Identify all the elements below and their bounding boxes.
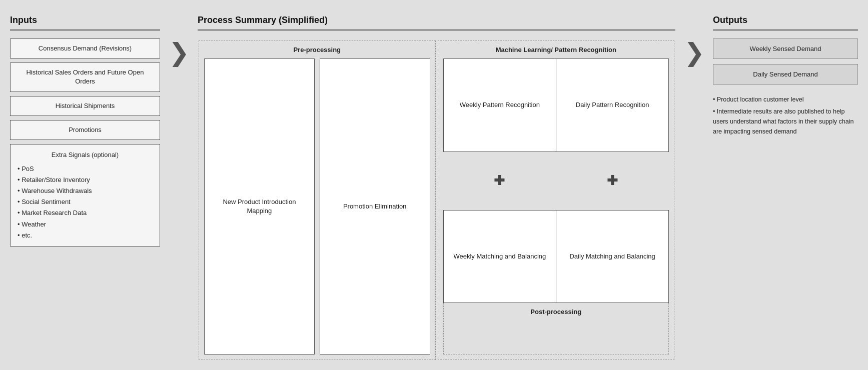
process-divider [198, 30, 675, 30]
extra-signal-item-7: etc. [18, 230, 153, 241]
process-title: Process Summary (Simplified) [198, 15, 675, 26]
extra-signals-title: Extra Signals (optional) [18, 150, 153, 160]
output-note-2: Intermediate results are also published … [713, 106, 858, 136]
promotion-elimination-box: Promotion Elimination [320, 58, 430, 354]
outputs-divider [713, 30, 858, 30]
output-weekly-sensed: Weekly Sensed Demand [713, 38, 858, 59]
chevron-icon-1: ❯ [169, 40, 190, 65]
extra-signal-item-2: Retailer/Store Inventory [18, 174, 153, 186]
output-notes: Product location customer level Intermed… [713, 94, 858, 138]
daily-pattern-box: Daily Pattern Recognition [556, 58, 669, 152]
extra-signal-item-4: Social Sentiment [18, 196, 153, 208]
chevron-icon-2: ❯ [684, 40, 705, 65]
process-content: Pre-processing New Product Introduction … [198, 40, 675, 360]
input-box-historical-shipments: Historical Shipments [10, 96, 160, 116]
output-note-1: Product location customer level [713, 94, 858, 104]
ml-label: Machine Learning/ Pattern Recognition [443, 46, 669, 54]
preprocessing-section: Pre-processing New Product Introduction … [199, 40, 436, 360]
arrow-2: ❯ [680, 15, 708, 360]
extra-signal-item-3: Warehouse Withdrawals [18, 186, 153, 196]
new-product-box: New Product Introduction Mapping [204, 58, 315, 354]
extra-signal-item-1: PoS [18, 164, 153, 174]
outputs-title: Outputs [713, 15, 858, 26]
input-box-consensus: Consensus Demand (Revisions) [10, 38, 160, 58]
weekly-pattern-box: Weekly Pattern Recognition [443, 58, 556, 152]
daily-matching-box: Daily Matching and Balancing [556, 210, 669, 304]
weekly-matching-box: Weekly Matching and Balancing [443, 210, 556, 304]
output-daily-sensed: Daily Sensed Demand [713, 64, 858, 84]
plus-sign-daily: ✚ [556, 152, 669, 210]
ml-grid: Weekly Pattern Recognition Daily Pattern… [443, 58, 669, 354]
extra-signals-box: Extra Signals (optional) PoS Retailer/St… [10, 144, 160, 246]
inputs-section: Inputs Consensus Demand (Revisions) Hist… [10, 15, 165, 360]
extra-signals-list: PoS Retailer/Store Inventory Warehouse W… [18, 164, 153, 241]
outputs-section: Outputs Weekly Sensed Demand Daily Sense… [708, 15, 858, 360]
preprocessing-boxes: New Product Introduction Mapping Promoti… [204, 58, 430, 354]
plus-sign-weekly: ✚ [443, 152, 556, 210]
ml-section: Machine Learning/ Pattern Recognition We… [438, 40, 675, 360]
postprocessing-label: Post-processing [443, 303, 669, 354]
preprocessing-label: Pre-processing [204, 46, 430, 54]
extra-signal-item-6: Weather [18, 219, 153, 230]
main-container: Inputs Consensus Demand (Revisions) Hist… [0, 0, 868, 370]
input-box-promotions: Promotions [10, 120, 160, 140]
input-box-sales-orders: Historical Sales Orders and Future Open … [10, 62, 160, 92]
arrow-1: ❯ [165, 15, 193, 360]
inputs-title: Inputs [10, 15, 160, 26]
process-section: Process Summary (Simplified) Pre-process… [193, 15, 680, 360]
inputs-divider [10, 30, 160, 30]
extra-signal-item-5: Market Research Data [18, 208, 153, 218]
